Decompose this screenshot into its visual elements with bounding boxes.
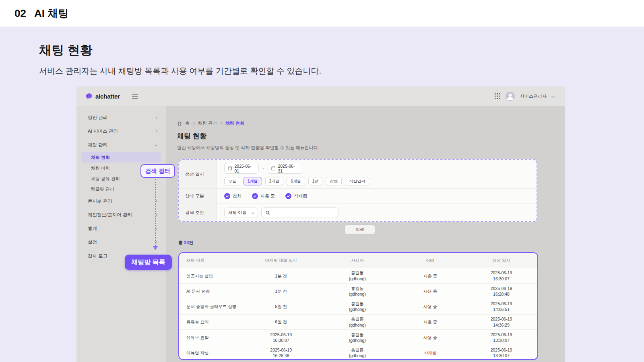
status-checkbox[interactable]: 전체 bbox=[224, 193, 242, 199]
checkbox-checked-icon bbox=[252, 193, 258, 199]
total-count-number: 30 bbox=[184, 240, 189, 245]
sidebar-item-label: 문서봇 관리 bbox=[88, 198, 112, 204]
date-pill[interactable]: 1년 bbox=[308, 177, 323, 185]
created-cell: 2025-06-1914:06:51 bbox=[465, 301, 537, 312]
chat-name-cell: 유튜브 요약 bbox=[179, 319, 243, 325]
sidebar-item[interactable]: AI 서비스 관리 bbox=[76, 124, 166, 138]
callout-search-filter: 검색 필터 bbox=[140, 164, 175, 178]
user-cell: 홍길동(gdhong) bbox=[320, 347, 395, 358]
chat-name-cell: 인공지능 설명 bbox=[179, 273, 243, 279]
search-field-selected: 채팅 이름 bbox=[228, 210, 246, 216]
table-header-cell: 마지막 대화 일시 bbox=[243, 257, 320, 263]
status-checkbox[interactable]: 삭제됨 bbox=[285, 193, 307, 199]
home-icon[interactable] bbox=[177, 121, 182, 126]
app-logo[interactable]: aichatter bbox=[85, 93, 120, 100]
date-quick-pills: 오늘1개월3개월6개월1년전체직접입력 bbox=[224, 177, 369, 185]
sidebar-item[interactable]: 채팅 관리 bbox=[76, 138, 166, 152]
created-cell: 2025-06-1916:28:48 bbox=[465, 286, 537, 297]
section-title: 채팅 현황 bbox=[39, 42, 93, 59]
status-checkbox-label: 전체 bbox=[233, 193, 242, 199]
chevron-down-icon bbox=[155, 143, 157, 146]
sidebar-item[interactable]: 문서봇 관리 bbox=[76, 194, 166, 208]
calendar-icon bbox=[271, 166, 276, 171]
status-cell: 사용 중 bbox=[395, 304, 465, 309]
created-cell: 2025-06-1916:30:07 bbox=[465, 270, 537, 281]
user-cell: 홍길동(gdhong) bbox=[320, 286, 395, 297]
table-body: 인공지능 설명1분 전홍길동(gdhong)사용 중2025-06-1916:3… bbox=[179, 268, 537, 360]
sidebar-subitem[interactable]: 채팅 현황 bbox=[81, 152, 161, 162]
sidebar-item-label: 통계 bbox=[88, 226, 97, 232]
chat-name-cell: 문서 중앙화 클라우드 설명 bbox=[179, 304, 243, 309]
table-header-row: 채팅 이름마지막 대화 일시사용자상태생성 일시 bbox=[179, 253, 537, 268]
status-cell: 사용 중 bbox=[395, 335, 465, 340]
sidebar-item[interactable]: 통계 bbox=[76, 222, 166, 235]
last-chat-cell: 2025-06-1916:30:07 bbox=[243, 332, 320, 343]
table-row[interactable]: 문서 중앙화 클라우드 설명5일 전홍길동(gdhong)사용 중2025-06… bbox=[179, 299, 537, 314]
user-cell: 홍길동(gdhong) bbox=[320, 332, 395, 343]
table-row[interactable]: 매뉴얼 작성2025-06-1916:28:48홍길동(gdhong)삭제됨20… bbox=[179, 345, 537, 360]
apps-grid-icon[interactable] bbox=[495, 93, 500, 99]
table-row[interactable]: 유튜브 요약6일 전홍길동(gdhong)사용 중2025-06-1914:36… bbox=[179, 314, 537, 329]
hamburger-menu-icon[interactable] bbox=[132, 94, 138, 99]
breadcrumb-home[interactable]: 홈 bbox=[185, 120, 190, 126]
created-cell: 2025-06-1913:30:07 bbox=[465, 332, 537, 343]
status-cell: 사용 중 bbox=[395, 319, 465, 325]
chevron-right-icon bbox=[155, 130, 157, 132]
status-cell: 사용 중 bbox=[395, 288, 465, 294]
user-avatar[interactable] bbox=[506, 92, 515, 101]
callout-chat-room-list: 채팅방 목록 bbox=[125, 255, 172, 270]
filter-label-condition: 검색 조건 bbox=[179, 204, 217, 221]
date-pill[interactable]: 오늘 bbox=[224, 177, 240, 185]
sidebar-item-label: 감사 로그 bbox=[88, 253, 107, 259]
breadcrumb: 홈 채팅 관리 채팅 현황 bbox=[177, 120, 244, 126]
date-to-input[interactable]: 2025-06-31 bbox=[268, 163, 302, 174]
sidebar-subitem[interactable]: 템플릿 관리 bbox=[76, 184, 166, 194]
status-cell: 삭제됨 bbox=[395, 350, 465, 356]
date-pill[interactable]: 1개월 bbox=[244, 177, 262, 185]
user-cell: 홍길동(gdhong) bbox=[320, 316, 395, 327]
chevron-down-icon[interactable] bbox=[551, 95, 555, 98]
chevron-down-icon bbox=[252, 211, 254, 214]
table-row[interactable]: 인공지능 설명1분 전홍길동(gdhong)사용 중2025-06-1916:3… bbox=[179, 268, 537, 283]
arrow-head-icon bbox=[153, 246, 158, 250]
date-pill[interactable]: 직접입력 bbox=[345, 177, 369, 185]
app-topbar: aichatter 서비스관리자 bbox=[76, 86, 565, 106]
calendar-icon bbox=[228, 166, 232, 171]
user-cell: 홍길동(gdhong) bbox=[320, 301, 395, 312]
table-row[interactable]: AI 문서 요약1분 전홍길동(gdhong)사용 중2025-06-1916:… bbox=[179, 283, 537, 298]
breadcrumb-mid[interactable]: 채팅 관리 bbox=[198, 120, 217, 126]
last-chat-cell: 1분 전 bbox=[243, 288, 320, 294]
checkbox-checked-icon bbox=[285, 193, 291, 199]
chapter-number: 02 bbox=[14, 7, 26, 20]
dotted-arrow-line bbox=[155, 179, 156, 246]
date-pill[interactable]: 전체 bbox=[326, 177, 342, 185]
breadcrumb-current: 채팅 현황 bbox=[225, 120, 244, 126]
last-chat-cell: 1분 전 bbox=[243, 273, 320, 279]
date-pill[interactable]: 3개월 bbox=[265, 177, 284, 185]
table-row[interactable]: 유튜브 요약2025-06-1916:30:07홍길동(gdhong)사용 중2… bbox=[179, 329, 537, 345]
search-field-select[interactable]: 채팅 이름 bbox=[224, 208, 258, 218]
section-description: 서비스 관리자는 사내 채팅방 목록과 사용 여부를 기간별로 확인할 수 있습… bbox=[39, 66, 321, 76]
filter-label-status: 상태 구분 bbox=[179, 189, 217, 204]
date-pill[interactable]: 6개월 bbox=[287, 177, 305, 185]
chevron-right-icon bbox=[192, 122, 195, 125]
table-header-cell: 사용자 bbox=[320, 257, 395, 263]
sidebar-item[interactable]: 개인정보/금지어 관리 bbox=[76, 208, 166, 222]
app-logo-text: aichatter bbox=[95, 93, 120, 100]
created-cell: 2025-06-1914:36:29 bbox=[465, 316, 537, 327]
search-button[interactable]: 검색 bbox=[345, 224, 375, 234]
chat-name-cell: AI 문서 요약 bbox=[179, 288, 243, 294]
sidebar-item[interactable]: 일반 관리 bbox=[76, 111, 166, 124]
filter-row-date: 생성 일시 2025-06-01 ~ bbox=[179, 160, 537, 188]
total-suffix: 건 bbox=[189, 240, 193, 245]
status-checkbox[interactable]: 사용 중 bbox=[252, 193, 275, 199]
sidebar-item-label: 일반 관리 bbox=[88, 115, 107, 121]
search-input[interactable] bbox=[261, 207, 339, 218]
status-checkbox-label: 사용 중 bbox=[260, 193, 275, 199]
status-checkbox-label: 삭제됨 bbox=[294, 193, 307, 199]
sidebar-item-label: 채팅 관리 bbox=[88, 142, 107, 148]
page-title: 채팅 현황 bbox=[177, 132, 206, 141]
sidebar-item-label: 개인정보/금지어 관리 bbox=[88, 212, 132, 218]
status-cell: 사용 중 bbox=[395, 273, 465, 279]
date-from-input[interactable]: 2025-06-01 bbox=[224, 163, 259, 174]
